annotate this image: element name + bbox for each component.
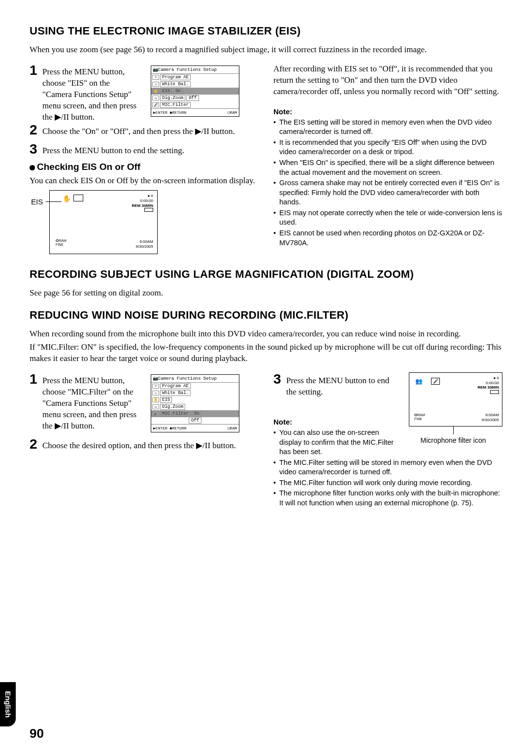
note-item: It is recommended that you specify "EIS …	[273, 138, 502, 157]
note-title-mic: Note:	[273, 418, 397, 426]
step-3-num: 3	[30, 142, 39, 156]
osd-top-right: ● II 0:00:00 REM 30MIN	[477, 376, 499, 395]
menu-screenshot-mic: 📷Camera Functions Setup ☀Program AE ☼Whi…	[151, 374, 239, 432]
note-item: When "EIS On" is specified, there will b…	[273, 158, 502, 177]
page-number: 90	[30, 726, 44, 741]
note-item: Gross camera shake may not be entirely c…	[273, 178, 502, 207]
eis-pointer-label: EIS	[31, 197, 43, 206]
mic-step-1-text: Press the MENU button, choose "MIC.Filte…	[42, 372, 141, 432]
hand-icon: ✋	[63, 195, 71, 202]
mic-step-3-num: 3	[273, 372, 283, 386]
step-2-num: 2	[30, 123, 39, 137]
eis-intro: When you use zoom (see page 56) to recor…	[30, 44, 502, 56]
language-tab: English	[0, 682, 16, 726]
check-text: You can check EIS On or Off by the on-sc…	[30, 175, 259, 187]
mic-notes: You can also use the on-screen display t…	[273, 428, 397, 457]
eis-columns: 1 Press the MENU button, choose "EIS" on…	[30, 64, 502, 259]
mic-intro2: If "MIC.Filter: ON" is specified, the lo…	[30, 342, 502, 364]
frame-icon	[73, 195, 83, 201]
menu-screenshot-eis: 📷Camera Functions Setup ☀Program AE ☼Whi…	[151, 66, 239, 117]
check-title: Checking EIS On or Off	[30, 162, 259, 172]
mic-columns: 1 Press the MENU button, choose "MIC.Fil…	[30, 372, 502, 509]
mic-title: REDUCING WIND NOISE DURING RECORDING (MI…	[30, 309, 502, 322]
mic-step-2-num: 2	[30, 437, 39, 451]
note-item: The microphone filter function works onl…	[273, 489, 502, 508]
mic-pointer-line	[453, 427, 454, 434]
menu-title: 📷Camera Functions Setup	[151, 375, 239, 383]
osd-bottom-left: ORAM FINE	[414, 413, 425, 421]
note-item: The EIS setting will be stored in memory…	[273, 118, 502, 137]
mic-step-1-num: 1	[30, 372, 39, 386]
note-item: The MIC.Filter function will work only d…	[273, 478, 502, 488]
osd-display-eis: EIS ✋ ● II 0:00:00 REM 30MIN ORAM FINE 8…	[49, 190, 158, 254]
eis-pointer-line	[46, 201, 62, 202]
osd-display-mic: 👥 🎤 ● II 0:00:00 REM 30MIN ORAM FINE 8:0…	[409, 372, 502, 427]
step-1-num: 1	[30, 64, 39, 77]
note-item: You can also use the on-screen display t…	[273, 428, 397, 457]
osd-bottom-right: 8:00AM 9/30/2005	[481, 413, 499, 422]
osd-bottom-left: ORAM FINE	[56, 239, 66, 247]
digzoom-title: RECORDING SUBJECT USING LARGE MAGNIFICAT…	[30, 268, 502, 281]
mic-notes-cont: The MIC.Filter setting will be stored in…	[273, 458, 502, 508]
osd-bottom-right: 8:00AM 9/30/2005	[135, 239, 153, 249]
step-3-text: Press the MENU button to end the setting…	[42, 142, 184, 157]
mic-intro1: When recording sound from the microphone…	[30, 329, 502, 340]
note-item: EIS cannot be used when recording photos…	[273, 229, 502, 248]
note-item: The MIC.Filter setting will be stored in…	[273, 458, 502, 477]
eis-notes: The EIS setting will be stored in memory…	[273, 118, 502, 248]
battery-icon	[490, 390, 499, 394]
microphone-filter-icon: 🎤	[431, 378, 440, 385]
note-title-eis: Note:	[273, 107, 502, 116]
mic-step-3-text: Press the MENU button to end the setting…	[286, 372, 397, 398]
people-icon: 👥	[415, 378, 423, 385]
eis-title: USING THE ELECTRONIC IMAGE STABILIZER (E…	[30, 25, 502, 37]
note-item: EIS may not operate correctly when the t…	[273, 208, 502, 228]
digzoom-text: See page 56 for setting on digital zoom.	[30, 288, 502, 299]
mic-step-2-text: Choose the desired option, and then pres…	[42, 437, 236, 452]
mic-caption: Microphone filter icon	[404, 436, 502, 444]
battery-icon	[144, 208, 153, 212]
osd-top-right: ● II 0:00:00 REM 30MIN	[132, 194, 153, 213]
step-2-text: Choose the "On" or "Off", and then press…	[42, 123, 235, 137]
bullet-icon	[30, 165, 35, 170]
eis-right-para: After recording with EIS set to "Off", i…	[273, 64, 502, 98]
step-1-text: Press the MENU button, choose "EIS" on t…	[42, 64, 141, 123]
menu-title: 📷Camera Functions Setup	[151, 66, 239, 74]
